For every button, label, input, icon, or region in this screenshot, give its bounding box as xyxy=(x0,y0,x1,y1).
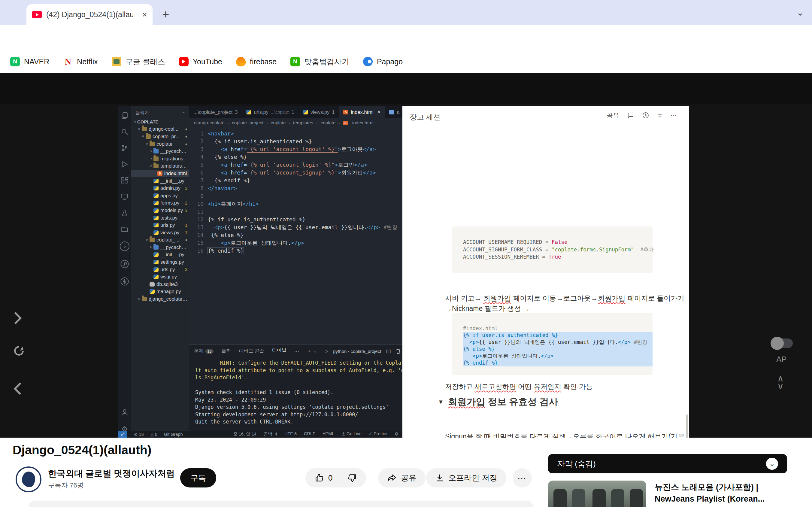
notifications-bell-icon[interactable] xyxy=(394,432,399,437)
explorer-icon[interactable] xyxy=(121,112,128,120)
kill-terminal-icon[interactable] xyxy=(396,348,401,354)
extensions-icon[interactable] xyxy=(121,177,128,184)
editor-tab-a[interactable]: a xyxy=(385,106,402,118)
channel-avatar[interactable] xyxy=(16,466,42,492)
tree-item---init---py[interactable]: __init__.py xyxy=(131,251,189,259)
tree-item-coplate-pr---[interactable]: vcoplate_pr...● xyxy=(131,133,189,140)
status-item[interactable]: 공백: 4 xyxy=(264,431,277,437)
tree-item---pycache--[interactable]: >__pycache__ xyxy=(131,148,189,155)
tree-item-admin-py[interactable]: admin.py3 xyxy=(131,184,189,192)
tree-item-urls-py[interactable]: urls.py1 xyxy=(131,221,189,229)
tree-item-wsgi-py[interactable]: wsgi.py xyxy=(131,273,189,281)
description-box[interactable] xyxy=(28,501,533,507)
new-tab-button[interactable]: + xyxy=(162,8,169,20)
up-down-chevrons-icon[interactable]: ∧∨ xyxy=(777,375,784,390)
status-item[interactable]: CRLF xyxy=(304,431,315,437)
profile-note-icon[interactable] xyxy=(120,260,129,269)
lightning-extension-icon[interactable] xyxy=(120,277,129,286)
settings-code-block[interactable]: ACCOUNT_USERNAME_REQUIRED = FalseACCOUNT… xyxy=(452,226,652,273)
tree-item-templates--co---[interactable]: vtemplates \co... xyxy=(131,163,189,170)
bookmark-classroom[interactable]: 구글 클래스 xyxy=(112,57,165,67)
bookmark-netflix[interactable]: NNetflix xyxy=(63,57,98,66)
panel-tab-terminal[interactable]: 터미널 xyxy=(272,347,287,355)
remote-explorer-icon[interactable] xyxy=(121,193,128,201)
doc-heading[interactable]: ▼ 회원가입 정보 유효성 검사 xyxy=(438,396,558,408)
doc-history-icon[interactable] xyxy=(642,112,649,119)
video-thumbnail[interactable] xyxy=(548,481,646,507)
bookmark-naver[interactable]: NNAVER xyxy=(10,57,49,66)
run-debug-icon[interactable] xyxy=(121,160,128,168)
editor-tab-----coplate-project[interactable]: ...\coplate_project3 xyxy=(189,106,242,118)
status-item[interactable]: Git Graph xyxy=(164,432,183,437)
status-item[interactable]: UTF-8 xyxy=(284,431,297,437)
captions-collapse-icon[interactable]: ⌄ xyxy=(766,458,778,470)
tree-item-models-py[interactable]: models.py3 xyxy=(131,207,189,214)
captions-bar[interactable]: 자막 (숨김) ⌄ xyxy=(548,454,787,473)
tree-item-forms-py[interactable]: forms.py2 xyxy=(131,200,189,207)
breadcrumb-item[interactable]: templates xyxy=(293,120,313,125)
share-button[interactable]: 공유 xyxy=(378,468,425,488)
breadcrumb-item[interactable]: index.html xyxy=(352,120,373,125)
remote-indicator[interactable]: ⤢ xyxy=(118,431,127,438)
doc-star-icon[interactable]: ☆ xyxy=(657,112,663,119)
tree-item-manage-py[interactable]: manage.py xyxy=(131,288,189,295)
tree-item-settings-py[interactable]: settings.py xyxy=(131,258,189,266)
tree-item-urls-py[interactable]: urls.py3 xyxy=(131,266,189,273)
bookmark-papago[interactable]: Papago xyxy=(363,57,403,66)
tree-item---init---py[interactable]: __init__.py xyxy=(131,177,189,185)
status-item[interactable]: ✓ Prettier xyxy=(369,431,388,437)
tree-item-views-py[interactable]: views.py1 xyxy=(131,229,189,236)
browser-tab[interactable]: (42) Django_0524(1)(allauth) × xyxy=(26,4,153,25)
tree-item-django-copl---[interactable]: vdjango-copl...● xyxy=(131,125,189,133)
search-icon[interactable] xyxy=(121,128,128,136)
video-player[interactable]: ♪ ⚙ 탐색기 ⋯ vCOPLATEvdjango-copl...●vcopla… xyxy=(0,104,812,438)
breadcrumb-item[interactable]: django-coplate xyxy=(194,120,225,125)
breadcrumb-item[interactable]: coplate_project xyxy=(232,120,264,125)
subscribe-button[interactable]: 구독 xyxy=(180,468,216,488)
doc-paragraph[interactable]: Signup을 할 때 비밀번호를 다르게 실행→오류를 한국어로 나오게 해보… xyxy=(445,431,688,438)
split-terminal-icon[interactable]: ▯▯ xyxy=(386,348,391,354)
file-manager-icon[interactable] xyxy=(121,225,128,233)
code-lines[interactable]: <navbar> {% if user.is_authenticated %} … xyxy=(208,130,398,255)
dislike-icon[interactable] xyxy=(347,473,357,483)
breadcrumb-item[interactable]: coplate xyxy=(271,120,286,125)
terminal-output[interactable]: HINT: Configure the DEFAULT_AUTO_FIELD s… xyxy=(189,357,402,431)
new-terminal-icon[interactable]: ＋ ⌄ xyxy=(307,348,317,354)
editor-tab-index-html[interactable]: 5index.html× xyxy=(339,106,385,118)
doc-paragraph[interactable]: 서버 키고→ 회원가입 페이지로 이동→로그아웃→회원가입 페이지로 들어가기→… xyxy=(445,293,688,314)
tree-item-apps-py[interactable]: apps.py xyxy=(131,192,189,200)
account-icon[interactable] xyxy=(120,408,129,416)
source-control-icon[interactable] xyxy=(121,144,128,152)
tree-item-COPLATE[interactable]: vCOPLATE xyxy=(131,118,189,125)
doc-share-button[interactable]: 공유 xyxy=(606,111,619,120)
status-item[interactable]: 줄 16, 열 14 xyxy=(233,431,256,437)
tree-item-coplate----[interactable]: vcoplate_...● xyxy=(131,236,189,244)
tree-item-db-sqlite3[interactable]: db.sqlite3 xyxy=(131,281,189,288)
explorer-more-icon[interactable]: ⋯ xyxy=(181,110,186,116)
terminal-session-label[interactable]: python - coplate_project xyxy=(333,349,381,354)
recommended-video-title[interactable]: NewJeans Playlist (Korean... xyxy=(655,494,764,504)
tree-item-coplate[interactable]: vcoplate● xyxy=(131,140,189,148)
music-extension-icon[interactable]: ♪ xyxy=(120,241,129,251)
tree-item-django-coplate----[interactable]: >django_coplate_... xyxy=(131,295,189,303)
status-item[interactable]: △ 0 xyxy=(151,432,157,437)
editor-tab-urls-py[interactable]: urls.py...\coplate1 xyxy=(242,106,299,118)
tree-item-migrations[interactable]: >migrations xyxy=(131,155,189,163)
panel-tab-problems[interactable]: 문제13 xyxy=(194,348,214,354)
bookmark-youtube[interactable]: YouTube xyxy=(179,57,222,66)
status-item[interactable]: ◎ Go Live xyxy=(341,431,361,437)
bookmark-fire[interactable]: firebase xyxy=(236,57,277,66)
breadcrumb-item[interactable]: coplate xyxy=(321,120,336,125)
panel-more-icon[interactable]: ⋯ xyxy=(294,348,299,354)
status-item[interactable]: HTML xyxy=(323,431,334,437)
doc-scrollbar[interactable] xyxy=(686,414,688,438)
tab-search-chevron-icon[interactable]: ⌄ xyxy=(796,7,804,18)
editor-tab-views-py[interactable]: views.py1 xyxy=(299,106,339,118)
like-icon[interactable] xyxy=(314,473,324,483)
test-flask-icon[interactable] xyxy=(121,209,128,217)
ap-toggle[interactable] xyxy=(772,338,793,348)
status-item[interactable]: ⊗ 13 xyxy=(134,432,143,437)
more-actions-button[interactable]: ⋯ xyxy=(513,468,532,488)
bookmark-speller[interactable]: N맞춤법검사기 xyxy=(290,57,349,67)
tree-item---pycache--[interactable]: >__pycache__ xyxy=(131,243,189,251)
